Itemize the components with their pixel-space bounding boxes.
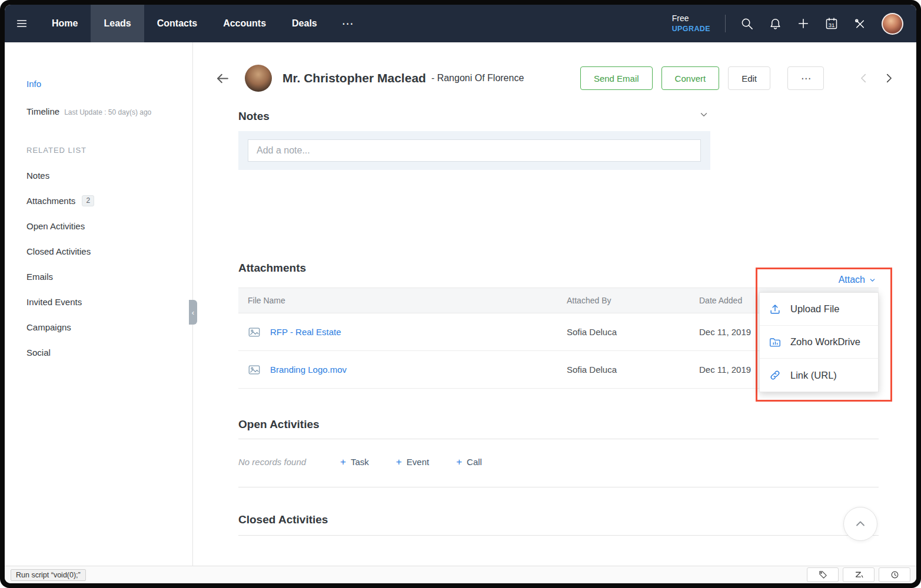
add-call-button[interactable]: + Call xyxy=(456,457,482,467)
sidebar-item-emails[interactable]: Emails xyxy=(26,264,192,289)
related-list: Notes Attachments 2 Open Activities Clos… xyxy=(26,163,192,365)
notes-section: Notes xyxy=(238,108,879,170)
add-task-button[interactable]: + Task xyxy=(340,457,369,467)
quick-create-button[interactable] xyxy=(797,17,810,30)
chevron-right-icon xyxy=(882,72,895,85)
top-navigation-bar: Home Leads Contacts Accounts Deals ⋯ Fre… xyxy=(5,5,916,42)
scroll-to-top-button[interactable] xyxy=(843,507,877,541)
search-button[interactable] xyxy=(740,17,754,31)
attach-highlight-box: Attach Upload File Zoho WorkDrive xyxy=(756,268,892,402)
workdrive-icon xyxy=(769,336,782,349)
menu-item-label: Link (URL) xyxy=(790,370,837,381)
tag-tool-button[interactable] xyxy=(807,567,839,582)
note-compose-box xyxy=(238,131,710,170)
record-pager xyxy=(857,72,895,85)
nav-item-deals[interactable]: Deals xyxy=(279,5,330,42)
contact-avatar[interactable] xyxy=(245,65,272,92)
sidebar-item-notes[interactable]: Notes xyxy=(26,163,192,188)
attach-dropdown-menu: Upload File Zoho WorkDrive Link (URL) xyxy=(759,292,879,392)
sidebar-collapse-handle[interactable]: ‹ xyxy=(189,300,197,325)
timeline-last-update: Last Update : 50 day(s) ago xyxy=(64,108,151,116)
menu-item-upload-file[interactable]: Upload File xyxy=(760,293,878,326)
sidebar-item-open-activities[interactable]: Open Activities xyxy=(26,213,192,239)
nav-more-button[interactable]: ⋯ xyxy=(330,5,366,42)
chevron-down-icon xyxy=(699,109,709,120)
user-avatar[interactable] xyxy=(882,13,903,35)
add-task-label: Task xyxy=(351,457,369,467)
primary-nav: Home Leads Contacts Accounts Deals ⋯ xyxy=(39,5,366,42)
plan-block: Free UPGRADE xyxy=(672,13,710,34)
attachment-file-link[interactable]: RFP - Real Estate xyxy=(270,327,341,337)
divider xyxy=(238,535,879,536)
sidebar-item-closed-activities[interactable]: Closed Activities xyxy=(26,239,192,264)
zia-icon xyxy=(854,570,864,580)
nav-item-contacts[interactable]: Contacts xyxy=(144,5,210,42)
divider xyxy=(238,439,879,439)
notes-collapse-button[interactable] xyxy=(697,108,710,123)
sidebar-item-attachments[interactable]: Attachments 2 xyxy=(26,188,192,213)
attach-label: Attach xyxy=(839,275,865,285)
page-body: Info Timeline Last Update : 50 day(s) ag… xyxy=(5,42,916,566)
sidebar-item-campaigns[interactable]: Campaigns xyxy=(26,315,192,340)
nav-item-leads[interactable]: Leads xyxy=(91,5,144,42)
calendar-button[interactable]: 31 xyxy=(824,16,839,31)
attachment-attached-by: Sofia Deluca xyxy=(567,365,699,375)
add-event-button[interactable]: + Event xyxy=(396,457,429,467)
hamburger-icon xyxy=(15,17,28,30)
history-button[interactable] xyxy=(879,567,910,582)
attachments-count-badge: 2 xyxy=(82,195,94,206)
notifications-button[interactable] xyxy=(769,17,782,31)
upgrade-link[interactable]: UPGRADE xyxy=(672,24,710,34)
sidebar-item-social[interactable]: Social xyxy=(26,340,192,365)
menu-item-link-url[interactable]: Link (URL) xyxy=(760,359,878,392)
setup-tools-button[interactable] xyxy=(853,17,867,31)
add-event-label: Event xyxy=(407,457,429,467)
edit-button[interactable]: Edit xyxy=(728,66,770,90)
hamburger-menu-button[interactable] xyxy=(5,5,39,42)
plan-label: Free xyxy=(672,13,710,24)
upload-file-icon xyxy=(769,303,782,316)
send-email-button[interactable]: Send Email xyxy=(580,66,653,90)
no-records-message: No records found xyxy=(238,457,306,467)
divider xyxy=(238,487,879,487)
sidebar-item-label: Invited Events xyxy=(26,297,82,307)
previous-record-button[interactable] xyxy=(857,72,870,85)
closed-activities-section: Closed Activities xyxy=(238,513,879,536)
sidebar-item-label: Notes xyxy=(26,171,49,181)
back-button[interactable] xyxy=(215,71,231,86)
add-call-label: Call xyxy=(467,457,482,467)
open-activities-section: Open Activities No records found + Task xyxy=(238,418,879,487)
plus-icon: + xyxy=(396,457,402,467)
attachment-attached-by: Sofia Deluca xyxy=(567,327,699,337)
app-surface: Home Leads Contacts Accounts Deals ⋯ Fre… xyxy=(5,5,916,583)
sidebar-item-label: Social xyxy=(26,348,51,358)
sidebar-item-timeline[interactable]: Timeline Last Update : 50 day(s) ago xyxy=(26,106,192,116)
sidebar-item-info[interactable]: Info xyxy=(26,79,192,89)
attach-button[interactable]: Attach xyxy=(839,275,876,285)
sidebar-item-label: Campaigns xyxy=(26,322,71,332)
add-note-input[interactable] xyxy=(248,139,701,162)
record-more-button[interactable]: ⋯ xyxy=(787,66,824,90)
quick-actions: + Task + Event + Call xyxy=(340,457,482,467)
sidebar-item-label: Emails xyxy=(26,272,53,282)
column-header-attached-by: Attached By xyxy=(567,296,699,305)
timeline-label: Timeline xyxy=(26,106,59,116)
menu-item-zoho-workdrive[interactable]: Zoho WorkDrive xyxy=(760,326,878,359)
sidebar-item-label: Open Activities xyxy=(26,221,85,231)
zia-assistant-button[interactable] xyxy=(843,567,875,582)
convert-button[interactable]: Convert xyxy=(661,66,720,90)
status-bar: Run script “void(0);” xyxy=(5,566,916,583)
attachment-file-link[interactable]: Branding Logo.mov xyxy=(270,365,347,375)
next-record-button[interactable] xyxy=(882,72,895,85)
column-header-file-name: File Name xyxy=(238,296,567,305)
ellipsis-icon: ⋯ xyxy=(342,17,354,30)
app-window: Home Leads Contacts Accounts Deals ⋯ Fre… xyxy=(0,0,921,588)
link-icon xyxy=(769,369,782,382)
script-status-hint: Run script “void(0);” xyxy=(11,569,86,581)
sidebar-item-invited-events[interactable]: Invited Events xyxy=(26,289,192,315)
sidebar-item-label: Attachments xyxy=(26,196,75,206)
nav-item-home[interactable]: Home xyxy=(39,5,91,42)
chevron-down-icon xyxy=(869,276,876,284)
record-company: - Rangoni Of Florence xyxy=(431,73,524,83)
nav-item-accounts[interactable]: Accounts xyxy=(210,5,279,42)
